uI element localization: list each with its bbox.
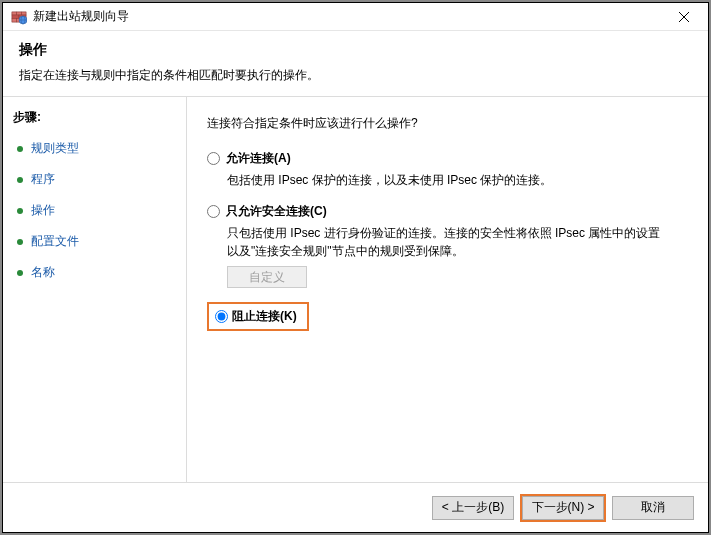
- step-label: 程序: [31, 171, 55, 188]
- bullet-icon: [17, 146, 23, 152]
- window-title: 新建出站规则向导: [33, 8, 664, 25]
- step-action[interactable]: 操作: [13, 198, 178, 223]
- cancel-button[interactable]: 取消: [612, 496, 694, 520]
- close-button[interactable]: [664, 4, 704, 30]
- highlight-box: 下一步(N) >: [520, 494, 606, 522]
- step-rule-type[interactable]: 规则类型: [13, 136, 178, 161]
- customize-button: 自定义: [227, 266, 307, 288]
- radio-block[interactable]: [215, 310, 228, 323]
- step-label: 名称: [31, 264, 55, 281]
- bullet-icon: [17, 208, 23, 214]
- bullet-icon: [17, 270, 23, 276]
- steps-sidebar: 步骤: 规则类型 程序 操作 配置文件 名称: [3, 97, 187, 482]
- allow-secure-desc: 只包括使用 IPsec 进行身份验证的连接。连接的安全性将依照 IPsec 属性…: [227, 224, 667, 260]
- allow-desc: 包括使用 IPsec 保护的连接，以及未使用 IPsec 保护的连接。: [227, 171, 667, 189]
- option-allow: 允许连接(A) 包括使用 IPsec 保护的连接，以及未使用 IPsec 保护的…: [207, 150, 688, 189]
- bullet-icon: [17, 177, 23, 183]
- highlight-box: 阻止连接(K): [207, 302, 309, 331]
- wizard-footer: < 上一步(B) 下一步(N) > 取消: [3, 482, 708, 532]
- wizard-window: 新建出站规则向导 操作 指定在连接与规则中指定的条件相匹配时要执行的操作。 步骤…: [2, 2, 709, 533]
- wizard-header: 操作 指定在连接与规则中指定的条件相匹配时要执行的操作。: [3, 31, 708, 96]
- next-button[interactable]: 下一步(N) >: [522, 496, 604, 520]
- titlebar: 新建出站规则向导: [3, 3, 708, 31]
- radio-allow-secure[interactable]: [207, 205, 220, 218]
- step-name[interactable]: 名称: [13, 260, 178, 285]
- step-label: 规则类型: [31, 140, 79, 157]
- radio-allow-label: 允许连接(A): [226, 150, 291, 167]
- back-button[interactable]: < 上一步(B): [432, 496, 514, 520]
- option-allow-secure: 只允许安全连接(C) 只包括使用 IPsec 进行身份验证的连接。连接的安全性将…: [207, 203, 688, 288]
- steps-label: 步骤:: [13, 109, 178, 126]
- svg-rect-4: [12, 15, 19, 19]
- svg-rect-2: [17, 12, 22, 15]
- radio-block-label: 阻止连接(K): [232, 308, 297, 325]
- svg-rect-1: [12, 12, 17, 15]
- firewall-icon: [11, 9, 27, 25]
- svg-rect-3: [22, 12, 27, 15]
- step-label: 配置文件: [31, 233, 79, 250]
- action-prompt: 连接符合指定条件时应该进行什么操作?: [207, 115, 688, 132]
- page-title: 操作: [19, 41, 692, 59]
- radio-allow-secure-label: 只允许安全连接(C): [226, 203, 327, 220]
- step-profile[interactable]: 配置文件: [13, 229, 178, 254]
- radio-allow[interactable]: [207, 152, 220, 165]
- option-block: 阻止连接(K): [207, 302, 688, 331]
- wizard-body: 步骤: 规则类型 程序 操作 配置文件 名称 连接符合指: [3, 97, 708, 482]
- close-icon: [679, 12, 689, 22]
- step-label: 操作: [31, 202, 55, 219]
- wizard-content: 连接符合指定条件时应该进行什么操作? 允许连接(A) 包括使用 IPsec 保护…: [187, 97, 708, 482]
- bullet-icon: [17, 239, 23, 245]
- page-subtitle: 指定在连接与规则中指定的条件相匹配时要执行的操作。: [19, 67, 692, 84]
- step-program[interactable]: 程序: [13, 167, 178, 192]
- svg-rect-6: [12, 18, 17, 22]
